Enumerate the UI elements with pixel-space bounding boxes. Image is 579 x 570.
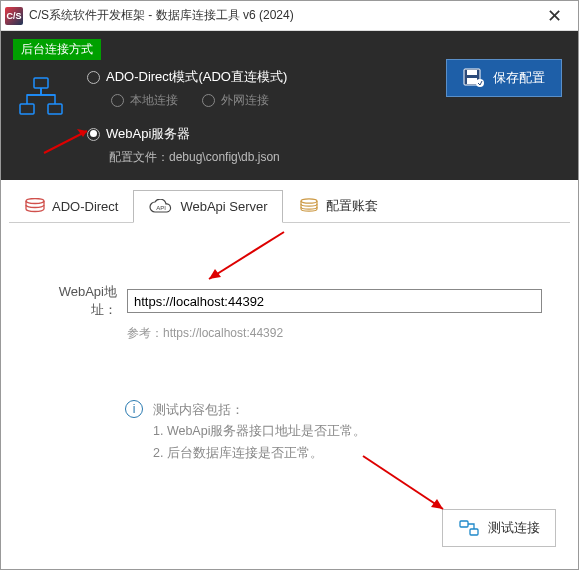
network-test-icon (458, 519, 480, 537)
test-connection-button[interactable]: 测试连接 (442, 509, 556, 547)
tab-bar: ADO-Direct API WebApi Server 配置账套 (9, 190, 570, 223)
radio-external[interactable]: 外网连接 (202, 92, 269, 109)
app-window: C/S C/S系统软件开发框架 - 数据库连接工具 v6 (2024) ✕ 后台… (0, 0, 579, 570)
tab-config-account[interactable]: 配置账套 (283, 190, 393, 222)
svg-point-8 (476, 79, 484, 87)
svg-rect-13 (470, 529, 478, 535)
svg-point-9 (26, 199, 44, 204)
radio-icon (111, 94, 124, 107)
save-config-button[interactable]: 保存配置 (446, 59, 562, 97)
connection-mode-panel: 后台连接方式 ADO-Direct模式(ADO直连模式) (1, 31, 578, 180)
address-hint: 参考：https://localhost:44392 (127, 325, 542, 342)
info-header: 测试内容包括： (153, 400, 366, 421)
save-icon (463, 68, 485, 88)
webapi-address-input[interactable] (127, 289, 542, 313)
titlebar: C/S C/S系统软件开发框架 - 数据库连接工具 v6 (2024) ✕ (1, 1, 578, 31)
info-line: 1. WebApi服务器接口地址是否正常。 (153, 421, 366, 442)
content-area: ADO-Direct API WebApi Server 配置账套 (1, 180, 578, 569)
radio-icon (87, 71, 100, 84)
radio-local[interactable]: 本地连接 (111, 92, 178, 109)
svg-rect-1 (20, 104, 34, 114)
svg-rect-0 (34, 78, 48, 88)
annotation-arrow (199, 227, 289, 287)
network-icon (13, 68, 69, 120)
tab-webapi-server[interactable]: API WebApi Server (133, 190, 282, 223)
radio-icon (202, 94, 215, 107)
info-block: i 测试内容包括： 1. WebApi服务器接口地址是否正常。 2. 后台数据库… (125, 400, 542, 464)
cloud-api-icon: API (148, 199, 174, 215)
svg-rect-7 (467, 78, 477, 84)
radio-webapi[interactable]: WebApi服务器 (87, 125, 566, 143)
svg-rect-2 (48, 104, 62, 114)
radio-label: WebApi服务器 (106, 125, 190, 143)
app-icon: C/S (5, 7, 23, 25)
panel-badge: 后台连接方式 (13, 39, 101, 60)
radio-icon (87, 128, 100, 141)
info-line: 2. 后台数据库连接是否正常。 (153, 443, 366, 464)
svg-rect-12 (460, 521, 468, 527)
radio-label: 外网连接 (221, 92, 269, 109)
form-area: WebApi地址： 参考：https://localhost:44392 i 测… (9, 223, 570, 464)
database-stack-icon (298, 198, 320, 214)
database-icon (24, 198, 46, 214)
radio-label: ADO-Direct模式(ADO直连模式) (106, 68, 287, 86)
info-icon: i (125, 400, 143, 418)
svg-text:API: API (157, 205, 167, 211)
config-file-line: 配置文件：debug\config\db.json (109, 149, 566, 166)
window-title: C/S系统软件开发框架 - 数据库连接工具 v6 (2024) (29, 7, 534, 24)
svg-rect-6 (467, 70, 477, 75)
webapi-address-label: WebApi地址： (37, 283, 117, 319)
tab-ado-direct[interactable]: ADO-Direct (9, 190, 133, 222)
svg-point-11 (301, 199, 317, 203)
close-button[interactable]: ✕ (534, 2, 574, 30)
radio-label: 本地连接 (130, 92, 178, 109)
